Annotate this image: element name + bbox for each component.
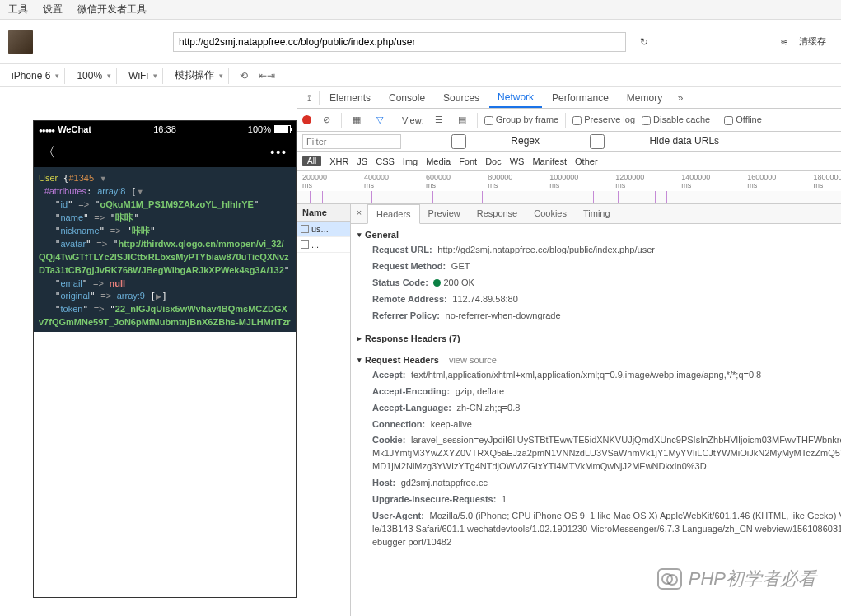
type-js[interactable]: JS	[357, 156, 367, 166]
phone-frame: WeChat 16:38 100% 〈 ••• User {#1345 ▼ #a…	[33, 120, 297, 598]
type-ws[interactable]: WS	[510, 156, 525, 166]
tab-elements[interactable]: Elements	[321, 89, 379, 107]
user-avatar[interactable]	[8, 30, 33, 54]
filter-input[interactable]	[302, 134, 401, 149]
view-label: View:	[402, 115, 424, 125]
detail-tabs: × Headers Preview Response Cookies Timin…	[351, 204, 841, 224]
type-manifest[interactable]: Manifest	[532, 156, 567, 166]
var-dump-output: User {#1345 ▼ #attributes: array:8 [▼ "i…	[34, 167, 296, 332]
network-timeline[interactable]: 200000 ms400000 ms600000 ms800000 ms1000…	[297, 171, 841, 204]
request-row-user[interactable]: us...	[297, 222, 350, 237]
clear-icon[interactable]: ⊘	[318, 112, 334, 128]
close-detail-icon[interactable]: ×	[351, 204, 367, 221]
tab-sources[interactable]: Sources	[435, 89, 488, 107]
file-icon	[301, 225, 309, 233]
type-font[interactable]: Font	[459, 156, 477, 166]
tab-memory[interactable]: Memory	[619, 89, 670, 107]
status-ok-icon	[433, 279, 441, 287]
chevron-down-icon: ▾	[55, 72, 59, 80]
inspect-icon[interactable]: ⟟	[301, 90, 317, 106]
tab-response[interactable]: Response	[469, 204, 526, 223]
signal-icon	[39, 124, 54, 134]
zoom-select[interactable]: 100%▾	[72, 68, 117, 84]
type-filter-bar: All XHR JS CSS Img Media Font Doc WS Man…	[297, 152, 841, 171]
simulator-toolbar: iPhone 6▾ 100%▾ WiFi▾ 模拟操作▾ ⟲ ⇤⇥	[0, 64, 841, 87]
more-icon[interactable]: •••	[270, 146, 287, 159]
more-tabs-icon[interactable]: »	[672, 90, 689, 106]
address-input[interactable]	[173, 32, 626, 52]
file-icon	[301, 240, 309, 249]
type-css[interactable]: CSS	[376, 156, 395, 166]
devtools-tabs: ⟟ Elements Console Sources Network Perfo…	[297, 87, 841, 109]
network-select[interactable]: WiFi▾	[124, 68, 163, 84]
type-all[interactable]: All	[302, 156, 321, 166]
back-icon[interactable]: 〈	[42, 144, 55, 161]
expand-icon[interactable]: ⇤⇥	[259, 68, 275, 84]
tab-console[interactable]: Console	[381, 89, 433, 107]
disable-cache-check[interactable]: Disable cache	[642, 114, 710, 125]
phone-navbar: 〈 •••	[34, 138, 296, 167]
record-icon[interactable]	[302, 115, 311, 124]
type-img[interactable]: Img	[403, 156, 418, 166]
menu-tools[interactable]: 工具	[8, 2, 28, 16]
address-bar-wrap	[173, 32, 626, 52]
group-by-frame-check[interactable]: Group by frame	[484, 114, 558, 125]
request-row-empty[interactable]: ...	[297, 237, 350, 253]
menu-wechat-devtools[interactable]: 微信开发者工具	[77, 2, 147, 16]
menu-bar: 工具 设置 微信开发者工具	[0, 0, 841, 20]
type-doc[interactable]: Doc	[485, 156, 502, 166]
filter-icon[interactable]: ▽	[371, 112, 388, 128]
tab-performance[interactable]: Performance	[544, 89, 617, 107]
devtools-pane: ⟟ Elements Console Sources Network Perfo…	[297, 87, 841, 616]
mock-select[interactable]: 模拟操作▾	[170, 68, 229, 84]
request-detail: × Headers Preview Response Cookies Timin…	[351, 204, 841, 616]
name-column-header[interactable]: Name	[297, 204, 350, 222]
top-toolbar: ↻ ≋ 清缓存	[0, 20, 841, 64]
request-list: Name us... ...	[297, 204, 351, 616]
type-xhr[interactable]: XHR	[329, 156, 348, 166]
response-headers-header[interactable]: Response Headers (7)	[357, 331, 841, 346]
regex-check[interactable]: Regex	[409, 134, 540, 149]
tab-preview[interactable]: Preview	[420, 204, 469, 223]
type-media[interactable]: Media	[426, 156, 451, 166]
simulator-pane: WeChat 16:38 100% 〈 ••• User {#1345 ▼ #a…	[0, 87, 297, 616]
battery-icon	[274, 125, 291, 133]
overview-icon[interactable]: ▤	[454, 112, 470, 128]
chevron-down-icon: ▾	[107, 72, 111, 80]
view-source-link[interactable]: view source	[449, 355, 497, 365]
menu-settings[interactable]: 设置	[43, 2, 63, 16]
tab-timing[interactable]: Timing	[575, 204, 619, 223]
clock-label: 16:38	[153, 124, 176, 134]
preserve-log-check[interactable]: Preserve log	[572, 114, 635, 125]
offline-check[interactable]: Offline	[724, 114, 762, 125]
tab-headers[interactable]: Headers	[367, 204, 420, 224]
hide-data-urls-check[interactable]: Hide data URLs	[548, 134, 719, 149]
device-select[interactable]: iPhone 6▾	[7, 68, 65, 84]
tab-network[interactable]: Network	[489, 88, 542, 108]
camera-icon[interactable]: ▦	[348, 112, 365, 128]
filter-bar: Regex Hide data URLs	[297, 132, 841, 152]
layers-icon[interactable]: ≋	[780, 36, 788, 48]
request-headers-header[interactable]: Request Headersview source	[357, 352, 841, 367]
general-section-header[interactable]: General	[357, 227, 841, 242]
phone-statusbar: WeChat 16:38 100%	[34, 121, 296, 138]
clear-cache-button[interactable]: 清缓存	[792, 35, 833, 48]
network-toolbar: ⊘ ▦ ▽ View: ☰ ▤ Group by frame Preserve …	[297, 109, 841, 132]
chevron-down-icon: ▾	[219, 72, 223, 80]
battery-label: 100%	[248, 124, 271, 134]
rotate-icon[interactable]: ⟲	[236, 68, 252, 84]
type-other[interactable]: Other	[575, 156, 598, 166]
reload-icon[interactable]: ↻	[634, 32, 654, 52]
large-rows-icon[interactable]: ☰	[431, 112, 447, 128]
tab-cookies[interactable]: Cookies	[526, 204, 575, 223]
chevron-down-icon: ▾	[153, 72, 157, 80]
